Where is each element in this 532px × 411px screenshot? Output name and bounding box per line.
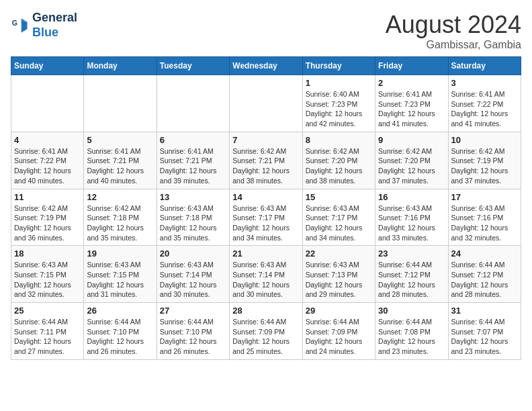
day-number: 20 (160, 248, 226, 259)
calendar-cell: 9Sunrise: 6:42 AMSunset: 7:20 PMDaylight… (375, 132, 448, 189)
day-info: Sunrise: 6:44 AMSunset: 7:08 PMDaylight:… (378, 317, 445, 357)
day-info: Sunrise: 6:42 AMSunset: 7:18 PMDaylight:… (87, 203, 153, 243)
weekday-header-monday: Monday (84, 57, 157, 75)
weekday-header-thursday: Thursday (302, 57, 375, 75)
day-number: 13 (160, 192, 226, 202)
location: Gambissar, Gambia (386, 39, 521, 51)
day-info: Sunrise: 6:41 AMSunset: 7:21 PMDaylight:… (87, 146, 153, 186)
calendar-cell: 29Sunrise: 6:44 AMSunset: 7:09 PMDayligh… (302, 303, 375, 360)
calendar-cell: 1Sunrise: 6:40 AMSunset: 7:23 PMDaylight… (302, 75, 375, 132)
logo-icon: G (11, 16, 30, 35)
day-number: 26 (87, 306, 153, 316)
day-info: Sunrise: 6:43 AMSunset: 7:17 PMDaylight:… (232, 203, 299, 243)
calendar-cell: 12Sunrise: 6:42 AMSunset: 7:18 PMDayligh… (84, 189, 157, 246)
day-info: Sunrise: 6:43 AMSunset: 7:16 PMDaylight:… (378, 203, 445, 243)
calendar-cell: 6Sunrise: 6:41 AMSunset: 7:21 PMDaylight… (157, 132, 229, 189)
day-info: Sunrise: 6:44 AMSunset: 7:07 PMDaylight:… (451, 317, 518, 357)
day-info: Sunrise: 6:44 AMSunset: 7:10 PMDaylight:… (87, 317, 153, 357)
day-number: 8 (306, 135, 372, 145)
day-info: Sunrise: 6:43 AMSunset: 7:15 PMDaylight:… (14, 260, 81, 300)
month-title: August 2024 (386, 11, 521, 39)
day-number: 4 (14, 135, 81, 145)
day-number: 31 (451, 306, 518, 316)
day-info: Sunrise: 6:42 AMSunset: 7:21 PMDaylight:… (232, 146, 299, 186)
day-info: Sunrise: 6:41 AMSunset: 7:22 PMDaylight:… (14, 146, 81, 186)
day-number: 9 (378, 135, 445, 145)
calendar-cell: 21Sunrise: 6:43 AMSunset: 7:14 PMDayligh… (230, 246, 302, 303)
day-number: 11 (14, 192, 81, 202)
calendar-cell: 4Sunrise: 6:41 AMSunset: 7:22 PMDaylight… (11, 132, 84, 189)
day-number: 30 (378, 306, 445, 316)
calendar-cell (84, 75, 157, 132)
day-info: Sunrise: 6:41 AMSunset: 7:23 PMDaylight:… (378, 89, 445, 129)
calendar-cell: 5Sunrise: 6:41 AMSunset: 7:21 PMDaylight… (84, 132, 157, 189)
day-number: 6 (160, 135, 226, 145)
calendar-cell: 16Sunrise: 6:43 AMSunset: 7:16 PMDayligh… (375, 189, 448, 246)
calendar-cell: 24Sunrise: 6:44 AMSunset: 7:12 PMDayligh… (448, 246, 521, 303)
day-number: 3 (451, 78, 518, 88)
day-info: Sunrise: 6:43 AMSunset: 7:16 PMDaylight:… (451, 203, 518, 243)
day-info: Sunrise: 6:42 AMSunset: 7:20 PMDaylight:… (306, 146, 372, 186)
calendar-week-1: 1Sunrise: 6:40 AMSunset: 7:23 PMDaylight… (11, 75, 521, 132)
calendar-cell: 19Sunrise: 6:43 AMSunset: 7:15 PMDayligh… (84, 246, 157, 303)
calendar-week-3: 11Sunrise: 6:42 AMSunset: 7:19 PMDayligh… (11, 189, 521, 246)
day-info: Sunrise: 6:43 AMSunset: 7:14 PMDaylight:… (160, 260, 226, 300)
calendar-cell: 27Sunrise: 6:44 AMSunset: 7:10 PMDayligh… (157, 303, 229, 360)
day-info: Sunrise: 6:44 AMSunset: 7:09 PMDaylight:… (232, 317, 299, 357)
day-number: 28 (232, 306, 299, 316)
day-info: Sunrise: 6:43 AMSunset: 7:15 PMDaylight:… (87, 260, 153, 300)
calendar-cell: 10Sunrise: 6:42 AMSunset: 7:19 PMDayligh… (448, 132, 521, 189)
calendar-cell: 22Sunrise: 6:43 AMSunset: 7:13 PMDayligh… (302, 246, 375, 303)
calendar-cell: 8Sunrise: 6:42 AMSunset: 7:20 PMDaylight… (302, 132, 375, 189)
day-number: 10 (451, 135, 518, 145)
day-number: 18 (14, 248, 81, 259)
weekday-header-sunday: Sunday (11, 57, 84, 75)
calendar-week-2: 4Sunrise: 6:41 AMSunset: 7:22 PMDaylight… (11, 132, 521, 189)
day-info: Sunrise: 6:43 AMSunset: 7:13 PMDaylight:… (306, 260, 372, 300)
day-info: Sunrise: 6:44 AMSunset: 7:12 PMDaylight:… (451, 260, 518, 300)
calendar-cell (230, 75, 302, 132)
day-number: 15 (306, 192, 372, 202)
day-number: 1 (306, 78, 372, 88)
calendar-cell: 13Sunrise: 6:43 AMSunset: 7:18 PMDayligh… (157, 189, 229, 246)
calendar-cell: 7Sunrise: 6:42 AMSunset: 7:21 PMDaylight… (230, 132, 302, 189)
day-info: Sunrise: 6:44 AMSunset: 7:11 PMDaylight:… (14, 317, 81, 357)
weekday-header-tuesday: Tuesday (157, 57, 229, 75)
page-header: G General Blue August 2024 Gambissar, Ga… (11, 11, 521, 51)
day-number: 7 (232, 135, 299, 145)
day-number: 24 (451, 248, 518, 259)
day-info: Sunrise: 6:44 AMSunset: 7:12 PMDaylight:… (378, 260, 445, 300)
calendar-cell: 3Sunrise: 6:41 AMSunset: 7:22 PMDaylight… (448, 75, 521, 132)
logo-line1: General (32, 11, 77, 26)
weekday-header-friday: Friday (375, 57, 448, 75)
calendar-table: SundayMondayTuesdayWednesdayThursdayFrid… (11, 56, 521, 360)
calendar-cell: 14Sunrise: 6:43 AMSunset: 7:17 PMDayligh… (230, 189, 302, 246)
day-number: 19 (87, 248, 153, 259)
day-number: 17 (451, 192, 518, 202)
calendar-cell: 28Sunrise: 6:44 AMSunset: 7:09 PMDayligh… (230, 303, 302, 360)
day-number: 12 (87, 192, 153, 202)
calendar-cell (157, 75, 229, 132)
day-info: Sunrise: 6:42 AMSunset: 7:19 PMDaylight:… (14, 203, 81, 243)
weekday-header-saturday: Saturday (448, 57, 521, 75)
calendar-cell: 20Sunrise: 6:43 AMSunset: 7:14 PMDayligh… (157, 246, 229, 303)
day-number: 23 (378, 248, 445, 259)
day-number: 29 (306, 306, 372, 316)
calendar-cell: 11Sunrise: 6:42 AMSunset: 7:19 PMDayligh… (11, 189, 84, 246)
day-info: Sunrise: 6:41 AMSunset: 7:22 PMDaylight:… (451, 89, 518, 129)
calendar-cell (11, 75, 84, 132)
day-info: Sunrise: 6:43 AMSunset: 7:18 PMDaylight:… (160, 203, 226, 243)
day-number: 14 (232, 192, 299, 202)
day-number: 2 (378, 78, 445, 88)
calendar-week-5: 25Sunrise: 6:44 AMSunset: 7:11 PMDayligh… (11, 303, 521, 360)
logo-text: General Blue (32, 11, 77, 40)
day-number: 5 (87, 135, 153, 145)
calendar-cell: 17Sunrise: 6:43 AMSunset: 7:16 PMDayligh… (448, 189, 521, 246)
calendar-cell: 25Sunrise: 6:44 AMSunset: 7:11 PMDayligh… (11, 303, 84, 360)
weekday-header-wednesday: Wednesday (230, 57, 302, 75)
logo: G General Blue (11, 11, 77, 40)
calendar-cell: 23Sunrise: 6:44 AMSunset: 7:12 PMDayligh… (375, 246, 448, 303)
calendar-cell: 15Sunrise: 6:43 AMSunset: 7:17 PMDayligh… (302, 189, 375, 246)
day-info: Sunrise: 6:44 AMSunset: 7:09 PMDaylight:… (306, 317, 372, 357)
day-number: 27 (160, 306, 226, 316)
